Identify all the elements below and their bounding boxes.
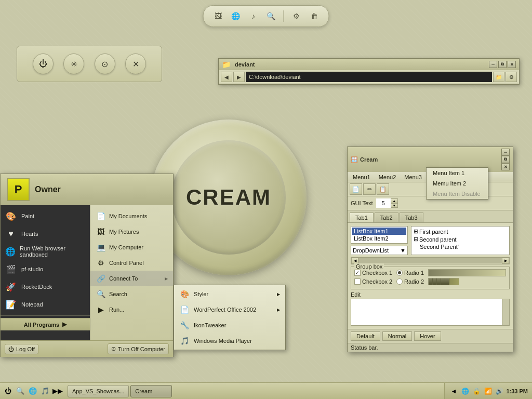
cream-circle-inner: CREAM bbox=[171, 140, 286, 255]
toolbar-browser-icon[interactable]: 🌐 bbox=[229, 9, 243, 23]
folder-icon: 📁 bbox=[222, 60, 231, 69]
nav-options-button[interactable]: ⚙ bbox=[506, 72, 517, 82]
taskbar-icon-browser[interactable]: 🌐 bbox=[27, 385, 38, 397]
cb-box-2 bbox=[354, 278, 361, 285]
media-circle-button[interactable]: ⊙ bbox=[95, 54, 115, 74]
taskbar-icon-forward[interactable]: ▶▶ bbox=[52, 385, 63, 397]
taskbar-icon-power[interactable]: ⏻ bbox=[2, 385, 14, 397]
cream-minimize-button[interactable]: ─ bbox=[501, 149, 510, 156]
minimize-button[interactable]: ─ bbox=[489, 61, 497, 68]
tray-volume-icon[interactable]: 🔊 bbox=[495, 387, 504, 396]
sm-control-panel[interactable]: ⚙ Control Panel bbox=[90, 255, 173, 271]
checkbox-2[interactable]: Checkbox 2 bbox=[354, 278, 392, 285]
groupbox-label: Group box bbox=[354, 263, 384, 270]
menu3-item[interactable]: Menu3 bbox=[400, 173, 426, 182]
sm-connect-to[interactable]: 🔗 Connect To bbox=[90, 271, 173, 286]
menu1-item[interactable]: Menu1 bbox=[349, 173, 375, 182]
restore-button[interactable]: ⧉ bbox=[498, 61, 507, 68]
tb-edit-button[interactable]: ✏ bbox=[363, 183, 376, 195]
normal-button[interactable]: Normal bbox=[382, 331, 412, 341]
tb-paste-button[interactable]: 📋 bbox=[377, 183, 389, 195]
tab1[interactable]: Tab1 bbox=[350, 212, 374, 222]
sm-my-computer[interactable]: 💻 My Computer bbox=[90, 240, 173, 255]
listbox-item-1[interactable]: ListBox Item1 bbox=[352, 228, 406, 235]
cream-close-button[interactable]: ✕ bbox=[501, 163, 510, 170]
nav-back-button[interactable]: ◀ bbox=[221, 72, 232, 82]
sm-search[interactable]: 🔍 Search bbox=[90, 286, 173, 302]
hover-button[interactable]: Hover bbox=[414, 331, 441, 341]
menu-dd-item-1[interactable]: Menu Item 1 bbox=[427, 168, 488, 178]
close-button[interactable]: ✕ bbox=[508, 61, 516, 68]
tray-security-icon[interactable]: 🔒 bbox=[472, 387, 481, 396]
tray-network-icon[interactable]: 🌐 bbox=[460, 387, 470, 396]
cream-listbox[interactable]: ListBox Item1 ListBox Item2 bbox=[351, 226, 408, 244]
taskbar-icon-search[interactable]: 🔍 bbox=[15, 385, 26, 397]
tab3[interactable]: Tab3 bbox=[400, 212, 423, 222]
toolbar-trash-icon[interactable]: 🗑 bbox=[307, 9, 322, 23]
submenu-item-wmp[interactable]: 🎵 Windows Media Player bbox=[174, 333, 285, 349]
dropdown-list[interactable]: DropDownList ▼ bbox=[351, 246, 408, 255]
nav-folder-button[interactable]: 📁 bbox=[493, 72, 504, 82]
sm-item-notepad-label: Notepad bbox=[21, 301, 43, 308]
tray-arrow-left[interactable]: ◄ bbox=[449, 387, 458, 396]
cream-restore-button[interactable]: ⧉ bbox=[501, 156, 510, 163]
slider[interactable] bbox=[428, 269, 506, 276]
spin-down-button[interactable]: ▼ bbox=[391, 203, 398, 208]
spin-up-button[interactable]: ▲ bbox=[391, 198, 398, 203]
radio-1[interactable]: Radio 1 bbox=[396, 270, 424, 276]
menu2-item[interactable]: Menu2 bbox=[375, 173, 401, 182]
sm-item-hearts-label: Hearts bbox=[21, 231, 38, 237]
toolbar-search-icon[interactable]: 🔍 bbox=[264, 9, 278, 23]
spin-input[interactable] bbox=[376, 198, 391, 208]
nav-path[interactable]: C:\download\deviant bbox=[246, 72, 492, 82]
taskbar: ⏻ 🔍 🌐 🎵 ▶▶ App_VS_Showcas... Cream ◄ 🌐 🔒… bbox=[0, 382, 532, 399]
all-programs-button[interactable]: All Programs ▶ bbox=[1, 318, 90, 330]
tab2[interactable]: Tab2 bbox=[375, 212, 398, 222]
tray-signal-icon[interactable]: 📶 bbox=[483, 387, 493, 396]
toolbar-settings-icon[interactable]: ⚙ bbox=[289, 9, 304, 23]
cream-tree[interactable]: ⊞ First parent ⊟ Second parent Second Pa… bbox=[411, 226, 510, 255]
toolbar-separator bbox=[284, 10, 284, 22]
tb-doc-button[interactable]: 📄 bbox=[350, 183, 362, 195]
toolbar-image-icon[interactable]: 🖼 bbox=[211, 9, 225, 23]
cream-window-icon: 🪟 bbox=[351, 156, 358, 163]
taskbar-tray: ◄ 🌐 🔒 📶 🔊 1:33 PM bbox=[444, 383, 532, 399]
sm-item-rocketdock[interactable]: 🚀 RocketDock bbox=[1, 278, 90, 296]
edit-box[interactable] bbox=[351, 299, 510, 326]
username-label: Owner bbox=[35, 185, 61, 194]
media-close-button[interactable]: ✕ bbox=[125, 54, 146, 74]
listbox-item-2[interactable]: ListBox Item2 bbox=[352, 235, 406, 242]
media-asterisk-button[interactable]: ✳ bbox=[63, 54, 84, 74]
sm-item-browser[interactable]: 🌐 Run Web browser sandboxed bbox=[1, 243, 90, 260]
sm-item-notepad[interactable]: 📝 Notepad bbox=[1, 296, 90, 313]
submenu-item-styler[interactable]: 🎨 Styler bbox=[174, 286, 285, 302]
taskbar-item-cream[interactable]: Cream bbox=[130, 385, 172, 397]
sm-my-pictures[interactable]: 🖼 My Pictures bbox=[90, 224, 173, 240]
toolbar-music-icon[interactable]: ♪ bbox=[246, 9, 261, 23]
checkbox-1[interactable]: ✓ Checkbox 1 bbox=[354, 270, 392, 276]
scroll-track[interactable] bbox=[358, 258, 502, 263]
media-power-button[interactable]: ⏻ bbox=[33, 54, 54, 74]
tree-item-second-parent-child[interactable]: Second Parent' bbox=[419, 243, 508, 250]
default-button[interactable]: Default bbox=[351, 331, 380, 341]
tree-item-second-parent[interactable]: ⊟ Second parent bbox=[413, 235, 508, 243]
sm-run[interactable]: ▶ Run... bbox=[90, 302, 173, 317]
taskbar-item-app[interactable]: App_VS_Showcas... bbox=[68, 385, 129, 397]
menu-dd-item-2[interactable]: Memu Item 2 bbox=[427, 178, 488, 189]
edit-area: Edit bbox=[351, 291, 510, 326]
taskbar-icon-media[interactable]: 🎵 bbox=[39, 385, 51, 397]
hearts-icon: ♥ bbox=[5, 228, 17, 240]
turnoff-button[interactable]: ⊙ Turn Off Computer bbox=[108, 343, 169, 354]
scroll-right-arrow[interactable]: ▶ bbox=[502, 258, 509, 264]
nav-forward-button[interactable]: ▶ bbox=[233, 72, 245, 82]
sm-my-documents[interactable]: 📄 My Documents bbox=[90, 208, 173, 224]
editbox-scrollbar[interactable] bbox=[502, 299, 509, 325]
tree-item-first-parent[interactable]: ⊞ First parent bbox=[413, 228, 508, 235]
logoff-button[interactable]: ⏻ Log Off bbox=[5, 344, 38, 354]
radio-2[interactable]: Radio 2 bbox=[396, 278, 424, 285]
sm-item-pfstudio[interactable]: 🎬 pf-studio bbox=[1, 260, 90, 278]
sm-item-hearts[interactable]: ♥ Hearts bbox=[1, 225, 90, 243]
submenu-item-wordperfect[interactable]: 📄 WordPerfect Office 2002 bbox=[174, 302, 285, 317]
submenu-item-ikontweaker[interactable]: 🔧 IkonTweaker bbox=[174, 317, 285, 333]
sm-item-paint[interactable]: 🎨 Paint bbox=[1, 207, 90, 225]
